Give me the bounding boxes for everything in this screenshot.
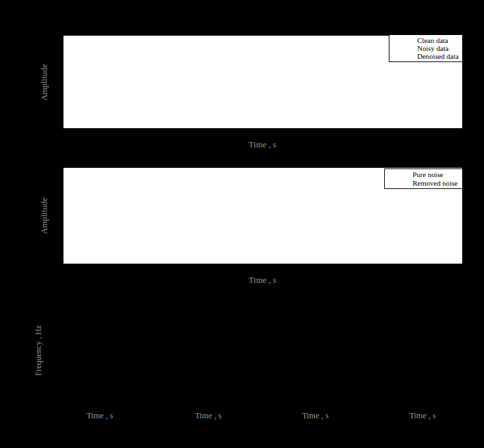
legend-row: Removed noise	[390, 179, 462, 188]
legend-row: Pure noise	[390, 170, 462, 179]
noise-ylabel: Amplitude	[39, 176, 49, 256]
signal-ylabel: Amplitude	[39, 43, 49, 122]
removed-noise-line-sample	[390, 182, 410, 184]
signal-xlabel: Time , s	[229, 139, 296, 150]
spec-xlabel-1: Time , s	[182, 411, 235, 421]
legend-row: Clean data	[395, 36, 462, 44]
legend-label: Denoised data	[417, 52, 459, 60]
noisy-data-line-sample	[395, 48, 415, 49]
noise-xlabel: Time , s	[229, 275, 296, 285]
frequency-ylabel: Frequency , Hz	[34, 305, 44, 397]
removed-noise-spectrogram	[0, 0, 38, 48]
legend-label: Clean data	[417, 36, 448, 44]
spec-xlabel-0: Time , s	[73, 411, 126, 421]
noise-legend: Pure noise Removed noise	[384, 168, 463, 189]
signal-legend: Clean data Noisy data Denoised data	[389, 34, 463, 62]
pure-noise-line-sample	[390, 174, 410, 175]
spec-xlabel-2: Time , s	[289, 411, 342, 421]
spec-xlabel-3: Time , s	[396, 411, 449, 421]
legend-label: Removed noise	[413, 179, 458, 187]
legend-label: Noisy data	[417, 44, 448, 52]
figure-canvas: Amplitude Time , s Clean data Noisy data…	[0, 0, 484, 448]
legend-row: Denoised data	[395, 52, 462, 60]
legend-row: Noisy data	[395, 44, 462, 52]
denoised-data-line-sample	[395, 56, 415, 57]
clean-data-line-sample	[395, 40, 415, 41]
legend-label: Pure noise	[413, 170, 443, 178]
